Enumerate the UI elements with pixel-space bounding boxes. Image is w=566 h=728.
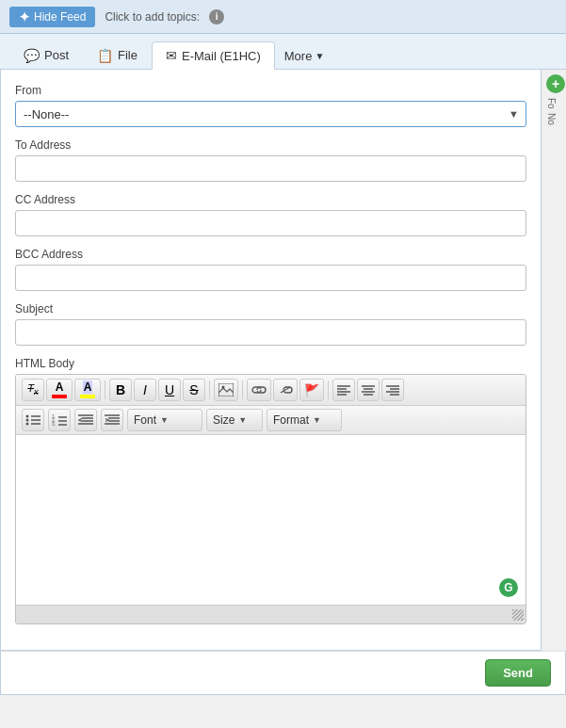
italic-button[interactable]: I	[134, 379, 156, 401]
bcc-label: BCC Address	[15, 248, 526, 261]
flag-icon: 🚩	[304, 383, 319, 397]
cc-field-group: CC Address	[15, 193, 526, 236]
toolbar-sep4	[328, 380, 329, 399]
toolbar-sep1	[105, 380, 105, 399]
subject-input[interactable]: fhgfhgf	[15, 319, 526, 346]
bold-button[interactable]: B	[109, 379, 132, 401]
post-icon: 💬	[24, 48, 40, 63]
align-center-icon	[362, 384, 375, 396]
decrease-indent-button[interactable]	[74, 409, 97, 431]
toolbar-row1: Tx A A B I	[16, 375, 526, 406]
align-center-button[interactable]	[357, 379, 380, 401]
ordered-list-icon: 1. 2. 3.	[52, 413, 67, 427]
resize-handle[interactable]	[512, 609, 524, 621]
plus-icon: +	[552, 76, 559, 91]
size-dropdown[interactable]: Size ▼	[206, 409, 263, 431]
clear-format-icon: Tx	[27, 382, 38, 396]
align-left-icon	[337, 384, 350, 396]
bcc-field-group: BCC Address	[15, 248, 526, 291]
html-body-label: HTML Body	[15, 357, 526, 370]
tab-email[interactable]: ✉ E-Mail (E1HC)	[152, 41, 275, 70]
from-select[interactable]: --None--	[15, 101, 526, 127]
click-to-add-topics: Click to add topics:	[105, 10, 200, 24]
from-label: From	[15, 84, 526, 97]
tab-indicator	[194, 69, 209, 76]
footer: Send	[0, 651, 566, 695]
editor-scrollbar-area	[16, 605, 526, 623]
anchor-button[interactable]: 🚩	[299, 379, 324, 401]
font-dropdown-arrow: ▼	[160, 415, 169, 425]
editor-body[interactable]: G	[16, 435, 526, 605]
subject-field-group: Subject fhgfhgf	[15, 302, 526, 346]
subject-label: Subject	[15, 302, 526, 315]
unlink-button[interactable]	[273, 379, 298, 401]
strikethrough-button[interactable]: S	[183, 379, 205, 401]
font-dropdown-label: Font	[134, 413, 156, 427]
top-bar: ✦ Hide Feed Click to add topics: i	[0, 0, 566, 34]
grammarly-icon: G	[499, 578, 518, 597]
tab-more[interactable]: More ▼	[275, 43, 334, 69]
tab-more-label: More	[284, 49, 313, 63]
svg-point-16	[26, 419, 29, 422]
link-button[interactable]	[247, 379, 271, 401]
toolbar-sep2	[209, 380, 210, 399]
decrease-indent-icon	[78, 413, 93, 427]
send-button[interactable]: Send	[485, 659, 551, 687]
svg-point-15	[26, 415, 29, 418]
hide-feed-label: Hide Feed	[34, 10, 86, 24]
align-left-button[interactable]	[332, 379, 355, 401]
to-input[interactable]	[15, 155, 526, 182]
format-dropdown-label: Format	[273, 413, 309, 427]
file-icon: 📋	[97, 48, 113, 63]
side-fo-label: Fo	[546, 98, 557, 109]
side-no-label: No	[546, 113, 557, 125]
tab-file-label: File	[118, 48, 137, 62]
link-icon	[251, 384, 267, 396]
toolbar-sep3	[242, 380, 243, 399]
from-field-group: From --None-- ▼	[15, 84, 526, 127]
html-editor: Tx A A B I	[15, 374, 526, 624]
align-right-icon	[386, 384, 399, 396]
hide-feed-icon: ✦	[19, 9, 30, 24]
bcc-input[interactable]	[15, 265, 526, 291]
tab-email-label: E-Mail (E1HC)	[182, 49, 261, 63]
font-dropdown[interactable]: Font ▼	[127, 409, 202, 431]
increase-indent-button[interactable]	[101, 409, 123, 431]
size-dropdown-label: Size	[213, 413, 234, 427]
hide-feed-button[interactable]: ✦ Hide Feed	[9, 7, 95, 27]
to-label: To Address	[15, 138, 526, 152]
clear-format-button[interactable]: Tx	[22, 379, 44, 401]
toolbar-row2: 1. 2. 3.	[16, 406, 526, 435]
html-body-group: HTML Body Tx A A	[15, 357, 526, 624]
ordered-list-button[interactable]: 1. 2. 3.	[48, 409, 71, 431]
from-select-wrapper: --None-- ▼	[15, 101, 526, 127]
align-right-button[interactable]	[381, 379, 404, 401]
format-dropdown[interactable]: Format ▼	[267, 409, 342, 431]
image-button[interactable]	[214, 379, 238, 401]
cc-input[interactable]	[15, 210, 526, 236]
unordered-list-icon	[25, 413, 40, 427]
email-icon: ✉	[166, 48, 177, 63]
unlink-icon	[278, 384, 293, 396]
side-plus-button[interactable]: +	[546, 74, 565, 93]
bg-color-letter: A	[83, 380, 93, 394]
to-field-group: To Address	[15, 138, 526, 182]
font-color-button[interactable]: A	[46, 379, 73, 401]
unordered-list-button[interactable]	[22, 409, 44, 431]
svg-text:3.: 3.	[52, 421, 56, 427]
tab-post[interactable]: 💬 Post	[9, 40, 83, 69]
tab-bar: 💬 Post 📋 File ✉ E-Mail (E1HC) More ▼	[0, 34, 566, 70]
font-color-bar	[52, 395, 67, 398]
svg-point-17	[26, 423, 29, 426]
form-panel: From --None-- ▼ To Address CC Address BC…	[0, 70, 542, 651]
image-icon	[218, 383, 234, 396]
size-dropdown-arrow: ▼	[238, 415, 247, 425]
tab-file[interactable]: 📋 File	[83, 40, 152, 69]
bg-color-button[interactable]: A	[74, 379, 101, 401]
increase-indent-icon	[105, 413, 120, 427]
format-dropdown-arrow: ▼	[313, 415, 321, 425]
underline-button[interactable]: U	[158, 379, 181, 401]
cc-label: CC Address	[15, 193, 526, 206]
font-color-letter: A	[56, 380, 64, 394]
info-icon[interactable]: i	[209, 9, 224, 24]
